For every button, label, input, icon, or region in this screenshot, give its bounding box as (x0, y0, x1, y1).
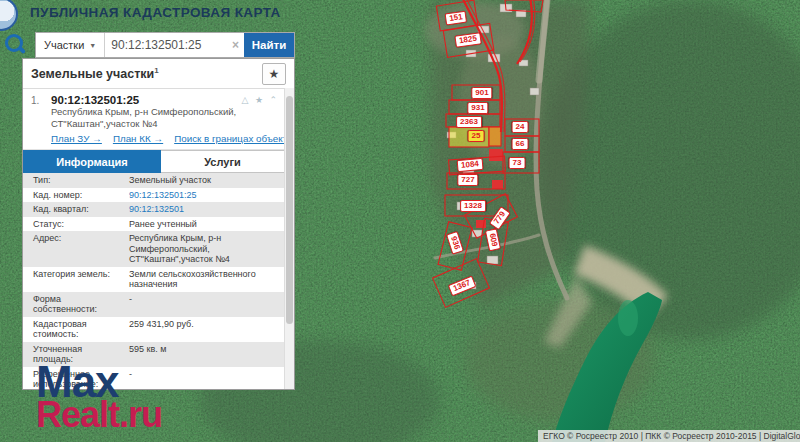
panel-scrollbar[interactable] (284, 88, 294, 389)
result-index: 1. (31, 94, 51, 106)
info-value: - (127, 368, 285, 391)
find-button[interactable]: Найти (244, 33, 294, 57)
parcel-number-badge[interactable]: 1328 (460, 200, 486, 212)
parcel-number-badge[interactable]: 931 (467, 102, 488, 114)
info-label: Кадастровая стоимость: (23, 318, 127, 341)
info-row: Статус: Ранее учтенный (23, 217, 285, 232)
result-address-line1: Республика Крым, р-н Симферопольский, (51, 106, 277, 118)
result-link[interactable]: Поиск в границах объекта → (174, 133, 295, 144)
chevron-down-icon: ▼ (89, 42, 96, 49)
info-value: Земельный участок (127, 174, 285, 187)
result-item-icons[interactable]: △ ★ ⌃ (241, 95, 279, 105)
result-address-line2: СТ"Каштан",участок №4 (51, 118, 277, 130)
search-bar: Участки ▼ × Найти (35, 32, 295, 58)
info-value: 595 кв. м (127, 343, 285, 366)
parcel-number-badge[interactable]: 727 (457, 174, 478, 186)
search-category-dropdown[interactable]: Участки ▼ (36, 33, 105, 57)
panel-header: Земельные участки1 ★ (23, 59, 294, 89)
parcel-number-badge[interactable]: 1084 (457, 158, 484, 172)
search-handle-icon (18, 46, 26, 54)
map-search-icon[interactable] (5, 34, 27, 56)
parcel-number-badge[interactable]: 24 (512, 121, 529, 133)
map-attribution: ЕГКО © Росреестр 2010 | ПКК © Росреестр … (538, 430, 800, 442)
results-panel: Земельные участки1 ★ △ ★ ⌃ 1. 90:12:1325… (22, 58, 295, 390)
info-label: Кад. номер: (23, 189, 127, 202)
info-value[interactable]: 90:12:132501:25 (127, 189, 285, 202)
panel-tabs: Информация Услуги (23, 150, 285, 173)
result-link[interactable]: План ЗУ → (51, 133, 102, 144)
info-value[interactable]: 90:12:132501 (127, 203, 285, 216)
panel-title-text: Земельные участки (31, 67, 154, 81)
info-row: Тип: Земельный участок (23, 173, 285, 188)
parcel-number-badge[interactable]: 25 (468, 130, 485, 142)
info-value: 259 431,90 руб. (127, 318, 285, 341)
result-item[interactable]: △ ★ ⌃ 1. 90:12:132501:25 Республика Крым… (23, 89, 285, 150)
clear-search-icon[interactable]: × (227, 33, 244, 57)
tab-information[interactable]: Информация (23, 150, 161, 173)
result-cadastral-number: 90:12:132501:25 (51, 94, 139, 106)
parcel-number-badge[interactable]: 73 (509, 157, 526, 169)
parcel-number-badge[interactable]: 2363 (456, 116, 482, 128)
info-row: Разрешенное использование: - (23, 367, 285, 391)
parcel-number-badge[interactable]: 901 (471, 87, 492, 99)
info-label: Адрес: (23, 232, 127, 266)
info-value: Ранее учтенный (127, 218, 285, 231)
info-label: Форма собственности: (23, 293, 127, 316)
tab-services[interactable]: Услуги (161, 150, 285, 173)
info-row: Уточненная площадь: 595 кв. м (23, 342, 285, 367)
info-row: Категория земель: Земли сельскохозяйстве… (23, 267, 285, 292)
panel-title: Земельные участки1 (31, 66, 159, 81)
info-row: Адрес: Республика Крым, р-н Симферопольс… (23, 231, 285, 267)
search-input[interactable] (105, 33, 227, 57)
info-value: Земли сельскохозяйственного назначения (127, 268, 285, 291)
info-row: Кад. квартал: 90:12:132501 (23, 202, 285, 217)
search-category-label: Участки (44, 39, 84, 51)
info-label: Кад. квартал: (23, 203, 127, 216)
info-table: Тип: Земельный участок Кад. номер: 90:12… (23, 173, 285, 390)
info-value: - (127, 293, 285, 316)
info-row: Кад. номер: 90:12:132501:25 (23, 188, 285, 203)
info-label: Статус: (23, 218, 127, 231)
info-value: Республика Крым, р-н Симферопольский, СТ… (127, 232, 285, 266)
app-title: ПУБЛИЧНАЯ КАДАСТРОВАЯ КАРТА (30, 5, 281, 20)
panel-scrollbar-thumb[interactable] (286, 96, 293, 324)
panel-title-count: 1 (154, 66, 158, 75)
info-row: Форма собственности: - (23, 292, 285, 317)
result-links: План ЗУ →План КК →Поиск в границах объек… (51, 133, 277, 144)
info-label: Категория земель: (23, 268, 127, 291)
info-label: Тип: (23, 174, 127, 187)
info-label: Уточненная площадь: (23, 343, 127, 366)
info-row: Кадастровая стоимость: 259 431,90 руб. (23, 317, 285, 342)
result-link[interactable]: План КК → (113, 133, 163, 144)
parcel-number-badge[interactable]: 66 (512, 138, 529, 150)
info-label: Разрешенное использование: (23, 368, 127, 391)
orange-parcel (489, 127, 501, 146)
favorites-star-button[interactable]: ★ (262, 63, 286, 85)
